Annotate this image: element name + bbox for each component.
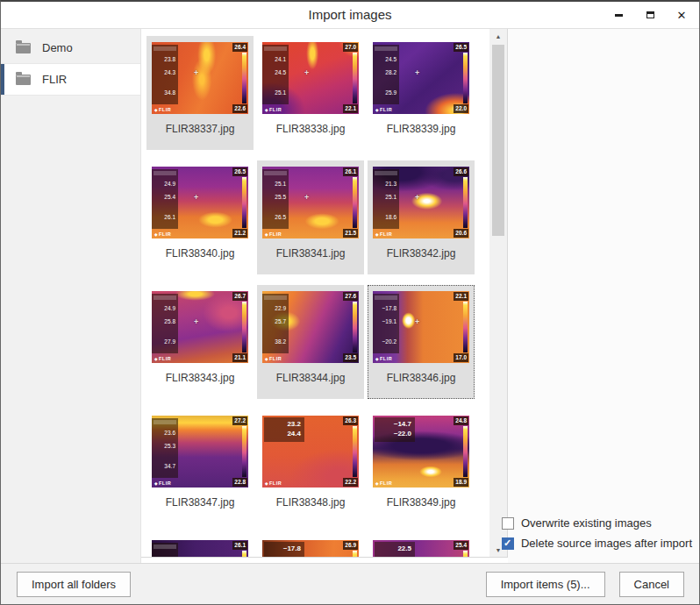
panel-temp: 25.1: [262, 182, 289, 188]
panel-temp: 24.3: [152, 70, 178, 76]
image-item[interactable]: ~14.7~22.0 24.8 18.9 FLIR FLIR38349.jpg: [368, 409, 475, 523]
panel-temp: 23.6: [152, 431, 178, 437]
color-scale-bar: [463, 426, 468, 477]
flir-logo: FLIR: [154, 232, 171, 238]
image-item[interactable]: 26.1 FLIR: [146, 534, 254, 557]
panel-temp: 24.5: [373, 57, 399, 63]
image-item[interactable]: ~17.8 26.9 FLIR: [257, 534, 364, 557]
close-button[interactable]: ✕: [676, 10, 687, 20]
minimize-button[interactable]: [613, 10, 624, 20]
measurement-box: ~14.7~22.0: [375, 417, 415, 442]
measurement-box: ~17.8: [264, 542, 304, 557]
thermal-thumbnail: 22.5 25.4 FLIR: [373, 540, 469, 557]
measurement-panel: 22.925.738.2: [262, 294, 289, 353]
sidebar-item-demo[interactable]: Demo: [1, 32, 140, 64]
temp-min-chip: 22.1: [343, 104, 358, 113]
color-scale-bar: [353, 53, 357, 103]
image-item[interactable]: 24.925.827.9 26.7 21.1 FLIR FLIR38343.jp…: [146, 285, 254, 399]
image-item[interactable]: 23.824.334.8 26.4 22.6 FLIR FLIR38337.jp…: [146, 36, 254, 150]
flir-logo: FLIR: [154, 108, 171, 113]
image-item[interactable]: 23.625.334.7 27.2 22.8 FLIR FLIR38347.jp…: [146, 409, 254, 523]
temp-min-chip: 22.0: [454, 104, 468, 113]
temp-min-chip: 17.0: [454, 353, 468, 362]
thermal-thumbnail: 24.925.827.9 26.7 21.1 FLIR: [152, 291, 248, 363]
temp-max-chip: 26.1: [232, 541, 247, 550]
image-filename: FLIR38337.jpg: [166, 123, 235, 135]
panel-temp: 25.5: [262, 195, 289, 201]
overwrite-checkbox[interactable]: [502, 517, 514, 530]
scroll-thumb[interactable]: [492, 45, 504, 236]
import-all-folders-button[interactable]: Import all folders: [17, 572, 131, 597]
measurement-panel: ~17.8~19.1~20.2: [373, 294, 399, 353]
color-scale-bar: [353, 302, 357, 352]
folder-icon: [16, 43, 31, 53]
panel-temp: ~17.8: [266, 544, 301, 554]
color-scale-bar: [463, 53, 468, 103]
vertical-scrollbar[interactable]: [489, 29, 507, 557]
measurement-panel: 24.925.827.9: [152, 294, 178, 353]
option-delete-source[interactable]: Delete source images after import: [502, 537, 692, 550]
image-item[interactable]: 24.528.225.9 26.5 22.0 FLIR FLIR38339.jp…: [368, 36, 475, 150]
image-filename: FLIR38341.jpg: [276, 247, 346, 260]
titlebar: Import images ✕: [1, 2, 699, 29]
flir-logo: FLIR: [265, 357, 282, 362]
measurement-panel: 23.625.334.7: [152, 418, 178, 478]
import-items-button[interactable]: Import items (5)...: [486, 572, 605, 597]
image-item[interactable]: 22.925.738.2 27.6 23.5 FLIR FLIR38344.jp…: [257, 285, 364, 399]
flir-logo: FLIR: [375, 232, 392, 238]
panel-temp: 26.5: [262, 215, 289, 221]
image-item[interactable]: 23.224.4 26.3 22.2 FLIR FLIR38348.jpg: [257, 409, 364, 523]
import-images-dialog: Import images ✕ Demo FLIR 23.824.334.8 2…: [0, 0, 700, 605]
close-icon: ✕: [677, 10, 687, 21]
measurement-panel: 23.824.334.8: [152, 45, 178, 104]
image-filename: FLIR38340.jpg: [166, 247, 235, 260]
thermal-thumbnail: 25.125.526.5 26.1 21.5 FLIR: [262, 167, 359, 238]
panel-temp: 34.8: [152, 90, 178, 96]
options-panel: [508, 29, 699, 563]
thermal-thumbnail: 23.224.4 26.3 22.2 FLIR: [262, 416, 359, 488]
panel-temp: 22.9: [262, 306, 289, 312]
panel-temp: ~14.7: [376, 420, 411, 430]
panel-temp: ~19.1: [373, 319, 399, 325]
thermal-thumbnail: 22.925.738.2 27.6 23.5 FLIR: [262, 291, 359, 363]
flir-logo: FLIR: [375, 357, 392, 362]
temp-min-chip: 18.9: [454, 478, 468, 487]
image-item[interactable]: 21.325.118.6 26.6 20.6 FLIR FLIR38342.jp…: [368, 160, 475, 274]
image-item[interactable]: 22.5 25.4 FLIR: [368, 534, 475, 557]
maximize-button[interactable]: [645, 10, 655, 20]
color-scale-bar: [463, 551, 468, 557]
measurement-panel: 21.325.118.6: [373, 169, 399, 229]
image-item[interactable]: 24.124.525.1 27.0 22.1 FLIR FLIR38338.jp…: [257, 36, 364, 150]
scroll-up-button[interactable]: [489, 29, 507, 43]
thermal-thumbnail: ~17.8 26.9 FLIR: [262, 540, 359, 557]
temp-max-chip: 26.7: [232, 292, 247, 301]
color-scale-bar: [463, 302, 468, 352]
option-overwrite[interactable]: Overwrite existing images: [502, 516, 652, 530]
sidebar-item-flir[interactable]: FLIR: [1, 64, 140, 96]
panel-temp: 25.8: [152, 319, 178, 325]
panel-temp: 23.2: [266, 420, 301, 430]
image-item[interactable]: 25.125.526.5 26.1 21.5 FLIR FLIR38341.jp…: [257, 160, 364, 274]
measurement-panel: 24.528.225.9: [373, 45, 399, 104]
color-scale-bar: [242, 426, 246, 477]
temp-max-chip: 26.1: [343, 167, 358, 176]
temp-max-chip: 26.5: [232, 167, 247, 176]
cancel-button[interactable]: Cancel: [619, 572, 684, 597]
thermal-thumbnail: 24.528.225.9 26.5 22.0 FLIR: [373, 42, 469, 114]
temp-min-chip: 22.6: [232, 104, 247, 113]
temp-max-chip: 26.3: [343, 416, 358, 425]
footer-bar: Import all folders Import items (5)... C…: [1, 563, 699, 604]
image-item[interactable]: ~17.8~19.1~20.2 22.1 17.0 FLIR FLIR38346…: [368, 285, 475, 399]
image-item[interactable]: 24.925.426.1 26.5 21.2 FLIR FLIR38340.jp…: [146, 160, 254, 274]
panel-temp: 34.7: [152, 464, 178, 470]
folder-icon: [16, 75, 31, 85]
delete-source-checkbox[interactable]: [502, 537, 514, 550]
window-controls: ✕: [613, 2, 687, 28]
panel-temp: 21.3: [373, 182, 399, 188]
thermal-thumbnail: ~14.7~22.0 24.8 18.9 FLIR: [373, 416, 469, 488]
import-options: Overwrite existing images Delete source …: [502, 516, 692, 550]
color-scale-bar: [463, 177, 468, 228]
flir-logo: FLIR: [375, 108, 392, 113]
image-filename: FLIR38347.jpg: [166, 496, 235, 509]
flir-logo: FLIR: [375, 481, 392, 487]
